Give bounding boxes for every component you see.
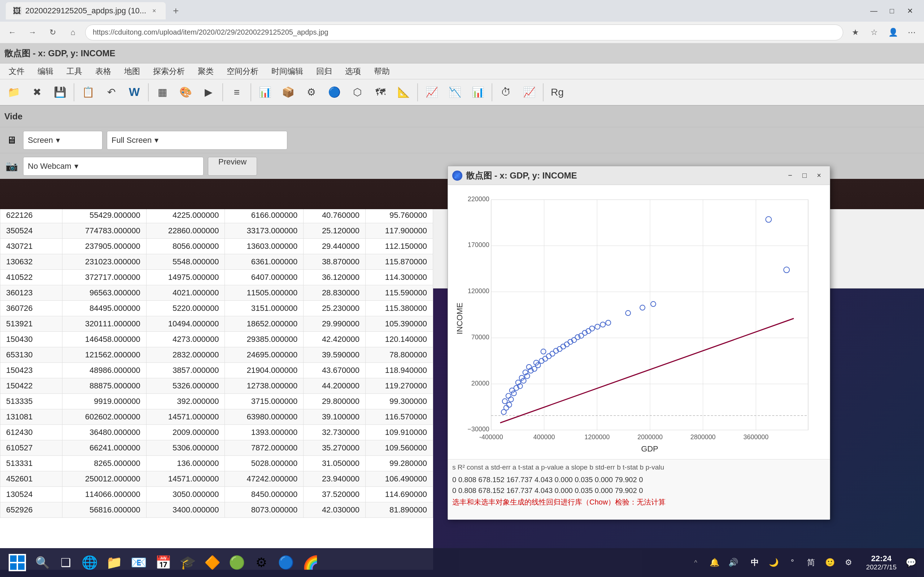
taskbar-app-green[interactable]: 🟢 xyxy=(225,551,248,574)
home-button[interactable]: ⌂ xyxy=(65,24,81,40)
menu-help[interactable]: 帮助 xyxy=(368,64,396,79)
menu-file[interactable]: 文件 xyxy=(3,64,30,79)
input-zh-indicator[interactable]: 中 xyxy=(746,552,763,574)
table-row[interactable]: 350524774783.00000022860.00000033173.000… xyxy=(0,223,433,239)
search-button[interactable]: 🔍 xyxy=(32,552,53,574)
taskbar-app-edge[interactable]: 🌐 xyxy=(78,551,101,574)
input-emoji-icon[interactable]: 🙂 xyxy=(821,552,838,574)
webcam-select[interactable]: No Webcam ▾ xyxy=(23,157,204,176)
menu-spatial[interactable]: 空间分析 xyxy=(221,64,264,79)
table-row[interactable]: 410522372717.00000014975.0000006407.0000… xyxy=(0,270,433,285)
table-row[interactable]: 36012396563.0000004021.00000011505.00000… xyxy=(0,285,433,301)
fullscreen-select[interactable]: Full Screen ▾ xyxy=(107,131,287,150)
menu-options[interactable]: 选项 xyxy=(339,64,367,79)
back-button[interactable]: ← xyxy=(4,24,20,40)
browser-tab[interactable]: 🖼 20200229125205_apdps.jpg (10... × xyxy=(6,2,166,19)
tool-regression[interactable]: Rg xyxy=(546,82,568,103)
start-button[interactable] xyxy=(4,550,30,575)
tool-stats[interactable]: 📈 xyxy=(421,82,443,103)
table-row[interactable]: 150430146458.0000004273.00000029385.0000… xyxy=(0,332,433,347)
tool-trend[interactable]: 📈 xyxy=(518,82,540,103)
table-row[interactable]: 62212655429.0000004225.0000006166.000000… xyxy=(0,208,433,223)
menu-table[interactable]: 表格 xyxy=(89,64,117,79)
table-row[interactable]: 130524114066.0000003050.0000008450.00000… xyxy=(0,487,433,502)
table-row[interactable]: 5133318265.000000136.0000005028.00000031… xyxy=(0,456,433,471)
scatter-close[interactable]: × xyxy=(813,169,825,182)
scatter-minimize[interactable]: − xyxy=(783,169,796,182)
new-tab-button[interactable]: + xyxy=(168,3,183,18)
table-row[interactable]: 131081602602.00000014571.00000063980.000… xyxy=(0,409,433,425)
tool-play[interactable]: ▶ xyxy=(198,82,220,103)
table-scroll[interactable]: DCODE95 GDP INCOME INVEST Y X 6221265542… xyxy=(0,190,433,570)
task-view-button[interactable]: ❑ xyxy=(55,552,76,574)
table-row[interactable]: 130632231023.0000005548.0000006361.00000… xyxy=(0,254,433,270)
notification-button[interactable]: 💬 xyxy=(902,552,920,574)
tray-volume-icon[interactable]: 🔊 xyxy=(724,552,742,574)
table-row[interactable]: 65292656816.0000003400.0000008073.000000… xyxy=(0,502,433,518)
tray-notification-icon[interactable]: 🔔 xyxy=(706,552,723,574)
taskbar-app-edu[interactable]: 🎓 xyxy=(176,551,199,574)
menu-cluster[interactable]: 聚类 xyxy=(192,64,220,79)
tool-hexagon[interactable]: ⬡ xyxy=(347,82,368,103)
address-bar[interactable]: https://cduitong.com/upload/item/2020/02… xyxy=(85,24,843,40)
taskbar-app-calendar[interactable]: 📅 xyxy=(152,551,175,574)
tool-time[interactable]: ⏱ xyxy=(495,82,517,103)
minimize-button[interactable]: — xyxy=(866,3,882,19)
table-row[interactable]: 430721237905.0000008056.00000013603.0000… xyxy=(0,239,433,254)
menu-time[interactable]: 时间编辑 xyxy=(266,64,309,79)
tool-layout[interactable]: ▦ xyxy=(152,82,173,103)
table-row[interactable]: 61243036480.0000002009.0000001393.000000… xyxy=(0,425,433,440)
taskbar-app-orange[interactable]: 🔶 xyxy=(201,551,224,574)
tool-box-chart[interactable]: 📦 xyxy=(277,82,299,103)
taskbar-app-purple[interactable]: 🔵 xyxy=(274,551,297,574)
maximize-button[interactable]: □ xyxy=(884,3,900,19)
screen-select[interactable]: Screen ▾ xyxy=(23,131,102,150)
tool-bubble[interactable]: 🔵 xyxy=(323,82,345,103)
table-row[interactable]: 36072684495.0000005220.0000003151.000000… xyxy=(0,301,433,316)
tool-bar-chart[interactable]: 📊 xyxy=(254,82,276,103)
input-settings-gear[interactable]: ⚙ xyxy=(840,552,857,574)
taskbar-app-mail[interactable]: 📧 xyxy=(127,551,150,574)
table-row[interactable]: 452601250012.00000014571.00000047242.000… xyxy=(0,471,433,487)
taskbar-app-explorer[interactable]: 📁 xyxy=(102,551,126,574)
menu-regression[interactable]: 回归 xyxy=(310,64,338,79)
tool-line-chart[interactable]: 📉 xyxy=(444,82,465,103)
menu-explore[interactable]: 探索分析 xyxy=(147,64,191,79)
tool-hist[interactable]: 📊 xyxy=(467,82,489,103)
close-button[interactable]: ✕ xyxy=(901,3,918,19)
tool-color[interactable]: 🎨 xyxy=(175,82,196,103)
collections-icon[interactable]: ☆ xyxy=(866,24,882,40)
tool-undo[interactable]: ↶ xyxy=(100,82,122,103)
profile-icon[interactable]: 👤 xyxy=(885,24,901,40)
tool-scatter[interactable]: ⚙ xyxy=(300,82,322,103)
taskbar-clock[interactable]: 22:24 2022/7/15 xyxy=(861,552,901,574)
tool-close[interactable]: ✖ xyxy=(26,82,48,103)
scatter-maximize[interactable]: □ xyxy=(798,169,811,182)
preview-button[interactable]: Preview xyxy=(208,157,257,176)
table-row[interactable]: 15042288875.0000005326.00000012738.00000… xyxy=(0,378,433,394)
menu-map[interactable]: 地图 xyxy=(118,64,146,79)
tab-close-button[interactable]: × xyxy=(150,6,158,15)
tool-table[interactable]: 📋 xyxy=(77,82,99,103)
taskbar-app-settings[interactable]: ⚙ xyxy=(250,551,273,574)
tool-filter[interactable]: ≡ xyxy=(226,82,247,103)
refresh-button[interactable]: ↻ xyxy=(45,24,61,40)
forward-button[interactable]: → xyxy=(24,24,40,40)
table-row[interactable]: 15042348986.0000003857.00000021904.00000… xyxy=(0,363,433,378)
menu-edit[interactable]: 编辑 xyxy=(32,64,59,79)
table-row[interactable]: 653130121562.0000002832.00000024695.0000… xyxy=(0,347,433,363)
input-moon-icon[interactable]: 🌙 xyxy=(765,552,782,574)
settings-icon[interactable]: ⋯ xyxy=(904,24,920,40)
input-simplified-icon[interactable]: 简 xyxy=(802,552,820,574)
table-row[interactable]: 513921320111.00000010494.00000018652.000… xyxy=(0,316,433,332)
tray-expand-icon[interactable]: ^ xyxy=(687,552,704,574)
table-row[interactable]: 61052766241.0000005306.0000007872.000000… xyxy=(0,440,433,456)
table-row[interactable]: 5133359919.000000392.0000003715.00000029… xyxy=(0,394,433,409)
tool-open[interactable]: 📁 xyxy=(3,82,24,103)
favorites-icon[interactable]: ★ xyxy=(848,24,863,40)
tool-cartogram[interactable]: 📐 xyxy=(393,82,414,103)
tool-w[interactable]: W xyxy=(123,82,145,103)
taskbar-app-colorful[interactable]: 🌈 xyxy=(299,551,322,574)
menu-tools[interactable]: 工具 xyxy=(61,64,88,79)
tool-map-chart[interactable]: 🗺 xyxy=(370,82,391,103)
